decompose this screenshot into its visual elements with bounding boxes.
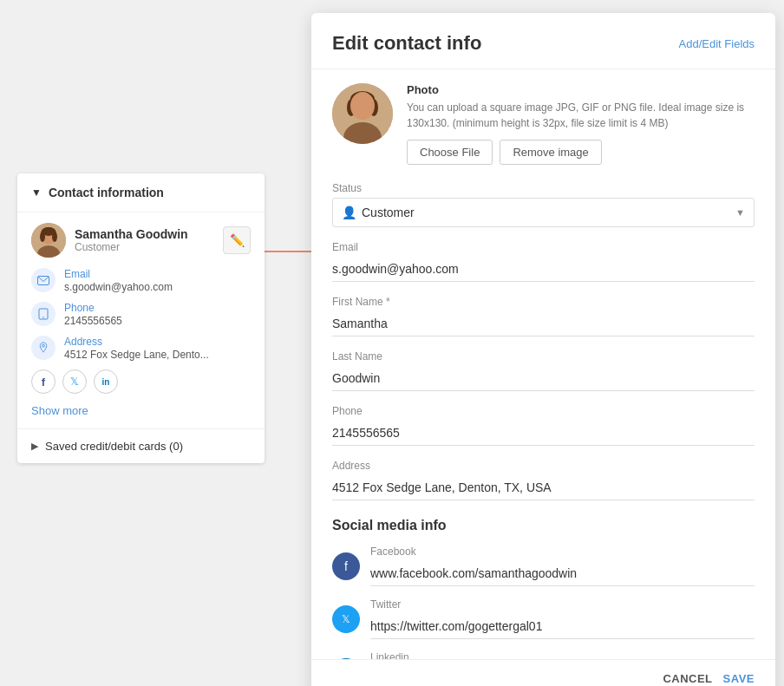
email-form-label: Email xyxy=(332,241,755,253)
linkedin-label: Linkedin xyxy=(370,651,755,659)
linkedin-form-item: in Linkedin xyxy=(332,651,755,659)
email-detail: Email s.goodwin@yahoo.com xyxy=(31,268,251,293)
contact-role: Customer xyxy=(75,241,188,253)
saved-cards-arrow-icon: ▶ xyxy=(31,441,38,452)
customer-icon: 👤 xyxy=(342,206,356,219)
twitter-icon: 𝕏 xyxy=(332,605,360,633)
photo-section: Photo You can upload a square image JPG,… xyxy=(332,83,755,165)
status-value: 👤 Customer xyxy=(342,206,415,219)
address-form-label: Address xyxy=(332,460,755,472)
social-row: f 𝕏 in xyxy=(31,369,251,394)
add-edit-fields-link[interactable]: Add/Edit Fields xyxy=(679,37,755,50)
first-name-group: First Name * xyxy=(332,296,755,336)
contact-person-info: Samantha Goodwin Customer xyxy=(31,223,188,258)
svg-point-12 xyxy=(42,344,45,347)
contact-card: Samantha Goodwin Customer ✏️ Email s.goo… xyxy=(17,212,265,429)
cancel-button[interactable]: CANCEL xyxy=(663,672,712,685)
phone-value: 2145556565 xyxy=(64,315,122,327)
email-value: s.goodwin@yahoo.com xyxy=(64,281,173,293)
modal-footer: CANCEL SAVE xyxy=(311,659,775,686)
photo-info: Photo You can upload a square image JPG,… xyxy=(407,83,755,165)
twitter-label: Twitter xyxy=(370,598,755,611)
status-group: Status 👤 Customer ▼ xyxy=(332,182,755,227)
facebook-form-item: f Facebook xyxy=(332,546,755,586)
linkedin-social-btn[interactable]: in xyxy=(94,369,118,394)
modal-title: Edit contact info xyxy=(332,32,481,55)
address-group: Address xyxy=(332,460,755,500)
edit-contact-modal: Edit contact info Add/Edit Fields Photo … xyxy=(311,13,775,686)
phone-form-label: Phone xyxy=(332,405,755,417)
section-title: Contact information xyxy=(49,186,164,199)
svg-point-9 xyxy=(42,227,56,236)
twitter-input[interactable] xyxy=(370,614,755,639)
twitter-form-item: 𝕏 Twitter xyxy=(332,598,755,639)
photo-avatar xyxy=(332,83,393,144)
phone-group: Phone xyxy=(332,405,755,446)
email-group: Email xyxy=(332,241,755,282)
twitter-social-btn[interactable]: 𝕏 xyxy=(62,369,87,394)
last-name-label: Last Name xyxy=(332,350,755,363)
contact-info-panel: ▼ Contact information xyxy=(17,173,265,463)
collapse-icon[interactable]: ▼ xyxy=(31,186,42,199)
phone-icon xyxy=(31,302,56,326)
email-label: Email xyxy=(64,268,173,280)
facebook-input[interactable] xyxy=(370,561,755,586)
linkedin-input-wrapper: Linkedin xyxy=(370,651,755,659)
first-name-label: First Name * xyxy=(332,296,755,308)
dropdown-arrow-icon: ▼ xyxy=(735,207,745,218)
remove-image-button[interactable]: Remove image xyxy=(500,140,601,165)
twitter-input-wrapper: Twitter xyxy=(370,598,755,639)
saved-cards-row[interactable]: ▶ Saved credit/debit cards (0) xyxy=(17,429,265,463)
contact-name: Samantha Goodwin xyxy=(75,227,188,241)
social-section-title: Social media info xyxy=(332,518,755,533)
facebook-icon: f xyxy=(332,552,360,580)
address-input[interactable] xyxy=(332,475,755,500)
facebook-label: Facebook xyxy=(370,546,755,558)
address-icon xyxy=(31,336,56,360)
first-name-input[interactable] xyxy=(332,311,755,336)
save-button[interactable]: SAVE xyxy=(723,672,755,685)
modal-body: Photo You can upload a square image JPG,… xyxy=(311,69,775,659)
avatar xyxy=(31,223,66,258)
svg-point-11 xyxy=(42,317,44,318)
status-label: Status xyxy=(332,182,755,194)
last-name-group: Last Name xyxy=(332,350,755,391)
facebook-social-btn[interactable]: f xyxy=(31,369,56,394)
address-label: Address xyxy=(64,336,209,348)
choose-file-button[interactable]: Choose File xyxy=(407,140,493,165)
phone-input[interactable] xyxy=(332,421,755,446)
address-detail: Address 4512 Fox Sedge Lane, Dento... xyxy=(31,336,251,361)
show-more-link[interactable]: Show more xyxy=(31,404,88,417)
phone-label: Phone xyxy=(64,302,122,314)
email-icon xyxy=(31,268,56,292)
photo-buttons: Choose File Remove image xyxy=(407,140,755,165)
email-input[interactable] xyxy=(332,257,755,282)
photo-description: You can upload a square image JPG, GIF o… xyxy=(407,100,755,131)
phone-detail: Phone 2145556565 xyxy=(31,302,251,327)
svg-point-18 xyxy=(350,92,375,120)
saved-cards-label: Saved credit/debit cards (0) xyxy=(45,440,183,453)
last-name-input[interactable] xyxy=(332,366,755,391)
edit-button[interactable]: ✏️ xyxy=(223,226,251,254)
address-value: 4512 Fox Sedge Lane, Dento... xyxy=(64,349,209,361)
photo-label: Photo xyxy=(407,83,755,96)
modal-header: Edit contact info Add/Edit Fields xyxy=(311,13,775,69)
facebook-input-wrapper: Facebook xyxy=(370,546,755,586)
status-dropdown[interactable]: 👤 Customer ▼ xyxy=(332,198,755,227)
